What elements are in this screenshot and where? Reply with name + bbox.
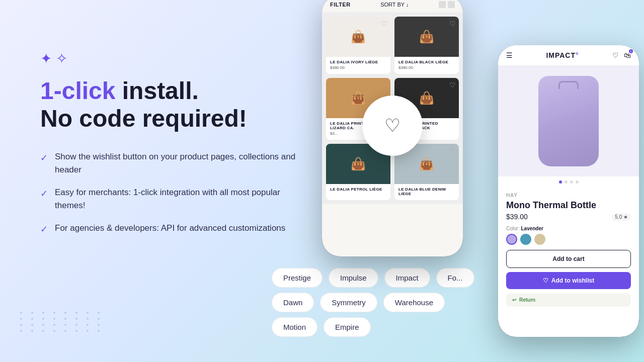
check-icon: ✓ bbox=[40, 223, 48, 236]
feature-text: Easy for merchants: 1-click integration … bbox=[55, 186, 302, 212]
product-bottle-image bbox=[538, 76, 599, 166]
view-toggle[interactable] bbox=[439, 1, 455, 8]
brand-logo: IMPACT° bbox=[546, 51, 579, 59]
left-section: ✦ ✧ 1-click install.No code required! ✓ … bbox=[40, 50, 302, 236]
color-swatch-lavender[interactable] bbox=[506, 234, 517, 245]
heart-icon[interactable]: ♡ bbox=[612, 51, 619, 59]
wishlist-heart-icon[interactable]: ♡ bbox=[381, 20, 387, 28]
color-section: Color: Lavender bbox=[506, 226, 631, 245]
wishlist-heart-icon[interactable]: ♡ bbox=[449, 20, 456, 28]
phone-1-mockup: FILTER SORT BY ↓ 👜 ♡ LE DALIA IVORY LIÈG… bbox=[322, 0, 463, 256]
filter-button[interactable]: FILTER bbox=[330, 2, 351, 8]
dot-2[interactable] bbox=[565, 180, 568, 184]
phone-2-screen: ☰ IMPACT° ♡ 🛍 1 bbox=[498, 45, 639, 337]
bottle-handle bbox=[558, 81, 579, 89]
feature-item: ✓ Show the wishlist button on your produ… bbox=[40, 150, 302, 176]
wishlist-heart-icon[interactable]: ♡ bbox=[449, 147, 456, 155]
wishlist-overlay[interactable]: ♡ bbox=[362, 96, 423, 156]
dot-4[interactable] bbox=[576, 180, 579, 184]
heart-icon: ♡ bbox=[543, 277, 548, 284]
check-icon: ✓ bbox=[40, 187, 48, 201]
sort-button[interactable]: SORT BY ↓ bbox=[380, 2, 409, 8]
feature-text: Show the wishlist button on your product… bbox=[55, 150, 302, 176]
color-swatches bbox=[506, 234, 631, 245]
feature-item: ✓ Easy for merchants: 1-click integratio… bbox=[40, 186, 302, 212]
menu-icon[interactable]: ☰ bbox=[506, 51, 513, 59]
feature-item: ✓ For agencies & developers: API for adv… bbox=[40, 222, 302, 236]
return-section: ↩ Return bbox=[506, 293, 631, 307]
background-decoration bbox=[20, 312, 105, 332]
product-price: $380.00 bbox=[330, 65, 386, 70]
product-detail: HAY Mono Thermal Bottle $39.00 5.0 ★ Col… bbox=[498, 188, 639, 312]
product-name: LE DALIA BLACK LIÈGE bbox=[398, 60, 455, 64]
product-card[interactable]: 👜 ♡ LE DALIA IVORY LIÈGE $380.00 bbox=[326, 17, 390, 74]
list-view-icon[interactable] bbox=[448, 1, 455, 8]
product-image-area bbox=[498, 66, 639, 176]
add-to-wishlist-button[interactable]: ♡ Add to wishlist bbox=[506, 272, 631, 289]
wishlist-heart-icon[interactable]: ♡ bbox=[449, 81, 456, 89]
product-card[interactable]: 👜 ♡ LE DALIA BLACK LIÈGE $380.00 bbox=[394, 17, 459, 74]
grid-view-icon[interactable] bbox=[439, 1, 446, 8]
dot-3[interactable] bbox=[570, 180, 573, 184]
dot-1[interactable] bbox=[559, 180, 562, 184]
product-name: LE DALIA PETROL LIÈGE bbox=[330, 187, 386, 192]
color-swatch-sand[interactable] bbox=[534, 234, 545, 245]
return-label: Return bbox=[519, 297, 535, 303]
return-icon: ↩ bbox=[512, 297, 516, 303]
product-price: $380.00 bbox=[398, 65, 455, 70]
check-icon: ✓ bbox=[40, 151, 48, 165]
features-list: ✓ Show the wishlist button on your produ… bbox=[40, 150, 302, 236]
cart-icon[interactable]: 🛍 1 bbox=[624, 51, 631, 59]
color-label: Color: Lavender bbox=[506, 226, 631, 231]
color-swatch-teal[interactable] bbox=[520, 234, 531, 245]
add-to-cart-button[interactable]: Add to cart bbox=[506, 250, 631, 268]
brand-name: HAY bbox=[506, 193, 631, 198]
feature-text: For agencies & developers: API for advan… bbox=[55, 222, 285, 235]
phone-1-screen: FILTER SORT BY ↓ 👜 ♡ LE DALIA IVORY LIÈG… bbox=[322, 0, 463, 256]
headline-highlight: 1-click bbox=[40, 77, 115, 104]
theme-tag-dawn[interactable]: Dawn bbox=[272, 293, 314, 312]
header-icons: ♡ 🛍 1 bbox=[612, 51, 631, 59]
product-name: LE DALIA IVORY LIÈGE bbox=[330, 60, 386, 64]
product-price: $39.00 bbox=[506, 213, 528, 221]
theme-tag-motion[interactable]: Motion bbox=[272, 317, 317, 337]
phone-1-header: FILTER SORT BY ↓ bbox=[322, 0, 463, 13]
phone-2-mockup: ☰ IMPACT° ♡ 🛍 1 bbox=[498, 45, 639, 337]
phones-container: FILTER SORT BY ↓ 👜 ♡ LE DALIA IVORY LIÈG… bbox=[312, 0, 644, 362]
cart-badge: 1 bbox=[629, 49, 633, 53]
color-name: Lavender bbox=[521, 226, 543, 231]
image-dots bbox=[498, 176, 639, 188]
price-rating: $39.00 5.0 ★ bbox=[506, 213, 631, 221]
product-title: Mono Thermal Bottle bbox=[506, 200, 631, 211]
page-headline: 1-click install.No code required! bbox=[40, 77, 302, 132]
product-name: LE DALIA BLUE DENIM LIÈGE bbox=[398, 187, 455, 196]
magic-wand-icon: ✦ ✧ bbox=[40, 50, 302, 67]
product-rating: 5.0 ★ bbox=[612, 213, 631, 221]
phone-2-header: ☰ IMPACT° ♡ 🛍 1 bbox=[498, 45, 639, 66]
